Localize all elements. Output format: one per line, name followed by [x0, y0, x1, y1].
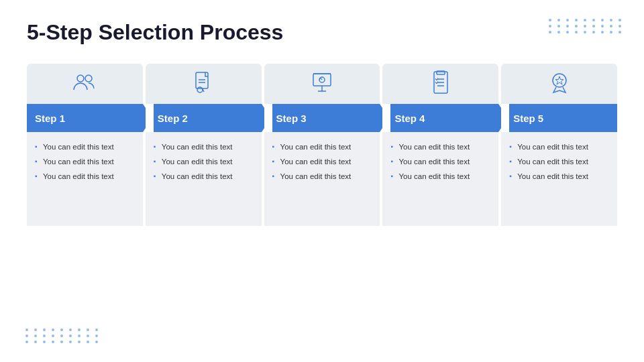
step-body-1: You can edit this textYou can edit this … — [27, 132, 143, 226]
step-label-5: Step 5 — [513, 113, 543, 124]
dot — [610, 25, 612, 27]
step-header-2: Step 2 — [146, 104, 262, 132]
dot — [584, 25, 586, 27]
dot — [95, 335, 98, 337]
step-header-1: Step 1 — [27, 104, 143, 132]
step-4-bullet-2: You can edit this text — [390, 156, 490, 167]
dot — [575, 19, 578, 21]
dot — [610, 31, 612, 34]
dot — [95, 341, 98, 343]
dot — [95, 328, 98, 331]
step-card-3: Step 3You can edit this textYou can edit… — [264, 64, 380, 226]
page-title: 5-Step Selection Process — [27, 20, 617, 45]
dot — [584, 31, 586, 34]
step-5-bullet-1: You can edit this text — [509, 141, 609, 152]
svg-point-1 — [85, 75, 92, 82]
dot — [584, 19, 586, 21]
dot — [619, 19, 621, 21]
dot — [557, 19, 560, 21]
dot — [25, 335, 28, 337]
step-header-4: Step 4 — [382, 104, 498, 132]
dot — [557, 25, 560, 27]
step-card-2: Step 2You can edit this textYou can edit… — [146, 64, 262, 226]
dot — [575, 31, 578, 34]
step-5-bullet-2: You can edit this text — [509, 156, 609, 167]
dot — [60, 335, 63, 337]
dot — [592, 19, 595, 21]
dot — [52, 341, 54, 343]
step-body-5: You can edit this textYou can edit this … — [501, 132, 617, 226]
dot — [43, 335, 46, 337]
document-icon — [191, 70, 216, 98]
step-icon-area-1 — [27, 64, 143, 104]
dot — [557, 31, 560, 34]
step-header-3: Step 3 — [264, 104, 380, 132]
step-label-4: Step 4 — [394, 113, 425, 124]
step-5-bullet-3: You can edit this text — [509, 171, 609, 182]
dot — [43, 328, 46, 331]
dot — [549, 25, 551, 27]
step-label-2: Step 2 — [158, 113, 188, 124]
dot — [549, 31, 551, 34]
dot — [566, 19, 569, 21]
dot — [610, 19, 612, 21]
step-body-2: You can edit this textYou can edit this … — [146, 132, 262, 226]
dot — [34, 335, 37, 337]
step-icon-area-2 — [146, 64, 262, 104]
dot — [69, 328, 72, 331]
step-1-bullet-3: You can edit this text — [35, 171, 135, 182]
step-4-bullet-1: You can edit this text — [390, 141, 490, 152]
dot — [78, 328, 80, 331]
step-header-5: Step 5 — [501, 104, 617, 132]
dot — [69, 341, 72, 343]
svg-rect-12 — [437, 71, 445, 74]
dot — [69, 335, 72, 337]
step-3-bullet-2: You can edit this text — [272, 156, 372, 167]
dot — [619, 31, 621, 34]
dot — [34, 341, 37, 343]
steps-container: Step 1You can edit this textYou can edit… — [27, 64, 617, 226]
dot — [78, 335, 80, 337]
dot — [619, 25, 621, 27]
dot — [87, 341, 89, 343]
dot — [43, 341, 46, 343]
dot — [60, 341, 63, 343]
dot — [592, 31, 595, 34]
step-label-1: Step 1 — [35, 113, 65, 124]
step-body-3: You can edit this textYou can edit this … — [264, 132, 380, 226]
dot — [549, 19, 551, 21]
dot — [601, 31, 604, 34]
step-4-bullet-3: You can edit this text — [390, 171, 490, 182]
dot — [601, 19, 604, 21]
step-3-bullet-1: You can edit this text — [272, 141, 372, 152]
step-1-bullet-2: You can edit this text — [35, 156, 135, 167]
dot — [34, 328, 37, 331]
dot — [52, 335, 54, 337]
dot — [566, 31, 569, 34]
dots-bottom-left — [25, 328, 101, 343]
dot — [87, 328, 89, 331]
dot — [87, 335, 89, 337]
dot — [566, 25, 569, 27]
dot — [52, 328, 54, 331]
checklist-icon — [428, 70, 453, 98]
step-1-bullet-1: You can edit this text — [35, 141, 135, 152]
dot — [25, 328, 28, 331]
dot — [592, 25, 595, 27]
step-icon-area-3 — [264, 64, 380, 104]
dot — [60, 328, 63, 331]
step-card-4: Step 4You can edit this textYou can edit… — [382, 64, 498, 226]
step-2-bullet-1: You can edit this text — [154, 141, 254, 152]
svg-marker-17 — [555, 76, 564, 84]
dot — [601, 25, 604, 27]
step-body-4: You can edit this textYou can edit this … — [382, 132, 498, 226]
badge-icon — [547, 70, 572, 98]
svg-rect-2 — [196, 72, 208, 88]
dots-top-right — [549, 19, 624, 34]
step-label-3: Step 3 — [276, 113, 307, 124]
step-card-5: Step 5You can edit this textYou can edit… — [501, 64, 617, 226]
step-2-bullet-2: You can edit this text — [154, 156, 254, 167]
slide: 5-Step Selection Process Step 1You can e… — [0, 0, 644, 362]
step-3-bullet-3: You can edit this text — [272, 171, 372, 182]
dot — [78, 341, 80, 343]
